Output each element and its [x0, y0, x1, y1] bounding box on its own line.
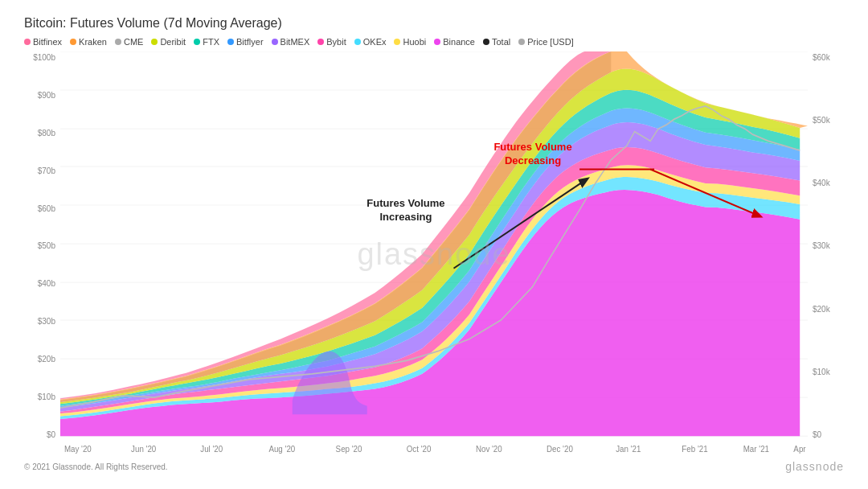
svg-text:Dec '20: Dec '20	[547, 443, 573, 454]
y-axis-left-label: $30b	[38, 317, 55, 326]
legend-item-bitflyer: Bitflyer	[227, 37, 264, 47]
y-axis-right-label: $60k	[813, 53, 830, 62]
y-axis-left-label: $10b	[38, 392, 55, 401]
legend-item-price--usd-: Price [USD]	[518, 37, 573, 47]
svg-text:Sep '20: Sep '20	[336, 443, 362, 454]
footer-logo: glassnode	[785, 460, 844, 473]
y-axis-left-label: $90b	[38, 91, 55, 100]
annotation-increasing: Futures VolumeIncreasing	[366, 197, 444, 224]
svg-text:Mar '21: Mar '21	[743, 443, 769, 454]
legend-item-bybit: Bybit	[317, 37, 346, 47]
y-axis-right-label: $10k	[813, 368, 830, 376]
y-axis-right-label: $30k	[813, 241, 830, 250]
svg-text:May '20: May '20	[64, 443, 92, 454]
legend-item-bitfinex: Bitfinex	[24, 37, 62, 47]
footer: © 2021 Glassnode. All Rights Reserved. g…	[24, 460, 844, 473]
legend-item-ftx: FTX	[194, 37, 219, 47]
svg-text:Oct '20: Oct '20	[407, 443, 432, 454]
y-axis-right-label: $20k	[813, 305, 830, 314]
legend-item-binance: Binance	[434, 37, 475, 47]
legend-item-cme: CME	[115, 37, 143, 47]
y-axis-left-label: $60b	[38, 204, 55, 213]
legend-item-total: Total	[483, 37, 510, 47]
y-axis-right-label: $40k	[813, 179, 830, 187]
annotation-decreasing: Futures VolumeDecreasing	[493, 141, 571, 168]
y-axis-left-label: $80b	[38, 129, 55, 138]
svg-text:Aug '20: Aug '20	[268, 443, 295, 454]
y-axis-left-label: $70b	[38, 166, 55, 175]
y-axis-left-label: $40b	[38, 279, 55, 288]
y-axis-left-label: $50b	[38, 241, 55, 250]
chart-title: Bitcoin: Futures Volume (7d Moving Avera…	[24, 16, 844, 31]
y-axis-left-label: $0	[47, 430, 55, 439]
chart-svg: May '20 Jun '20 Jul '20 Aug '20 Sep '20 …	[60, 51, 808, 457]
main-container: Bitcoin: Futures Volume (7d Moving Avera…	[0, 0, 868, 489]
y-axis-right-label: $50k	[813, 116, 830, 125]
chart-inner: May '20 Jun '20 Jul '20 Aug '20 Sep '20 …	[60, 51, 808, 457]
y-axis-left-label: $100b	[33, 53, 55, 62]
legend-item-bitmex: BitMEX	[272, 37, 310, 47]
y-axis-left-label: $20b	[38, 355, 55, 364]
legend-item-okex: OKEx	[354, 37, 387, 47]
copyright: © 2021 Glassnode. All Rights Reserved.	[24, 462, 168, 471]
svg-text:Jun '20: Jun '20	[131, 443, 156, 454]
y-axis-right-label: $0	[813, 430, 821, 439]
chart-area: $100b$90b$80b$70b$60b$50b$40b$30b$20b$10…	[24, 51, 844, 457]
svg-text:Apr '21: Apr '21	[793, 443, 808, 454]
y-axis-left: $100b$90b$80b$70b$60b$50b$40b$30b$20b$10…	[24, 51, 60, 457]
y-axis-right: $60k$50k$40k$30k$20k$10k$0	[808, 51, 844, 457]
svg-text:Jan '21: Jan '21	[616, 443, 641, 454]
svg-text:Jul '20: Jul '20	[200, 443, 223, 454]
legend-item-deribit: Deribit	[151, 37, 186, 47]
svg-text:Nov '20: Nov '20	[476, 443, 502, 454]
legend: BitfinexKrakenCMEDeribitFTXBitflyerBitME…	[24, 37, 844, 47]
legend-item-huobi: Huobi	[394, 37, 426, 47]
legend-item-kraken: Kraken	[70, 37, 107, 47]
x-axis: May '20 Jun '20 Jul '20 Aug '20 Sep '20 …	[64, 443, 808, 454]
svg-text:Feb '21: Feb '21	[682, 443, 707, 454]
